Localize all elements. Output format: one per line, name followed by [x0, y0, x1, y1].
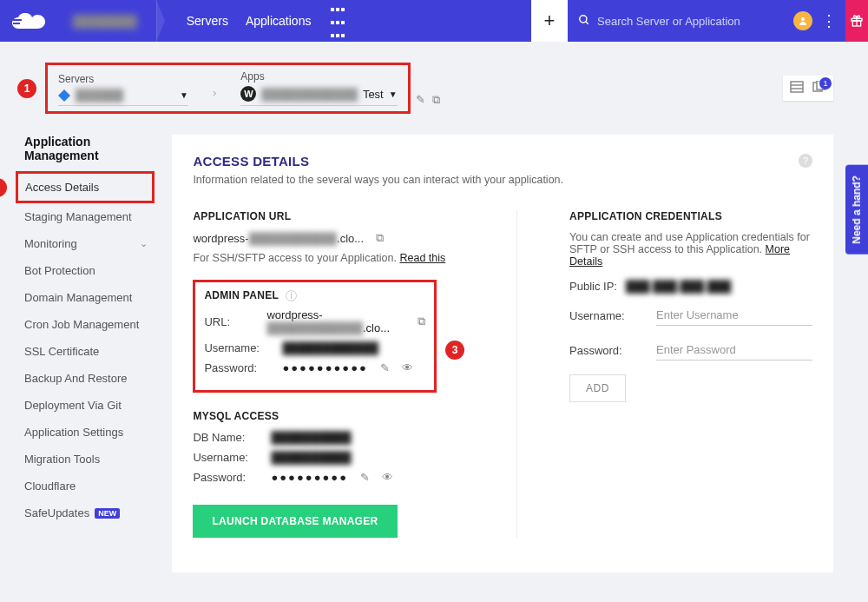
search-icon: [578, 14, 590, 29]
sidebar-item-bot-protection[interactable]: Bot Protection: [17, 257, 155, 284]
chevron-right-icon: ›: [213, 86, 216, 106]
view-toggle: 1: [783, 76, 833, 101]
server-name: ██████: [76, 89, 123, 102]
svg-point-2: [580, 15, 587, 22]
admin-url-value: wordpress-████████████.clo...: [266, 308, 405, 334]
sidebar-item-cloudflare[interactable]: Cloudflare: [17, 473, 155, 499]
server-label: Servers: [58, 73, 188, 85]
edit-icon[interactable]: ✎: [360, 471, 370, 484]
search-input[interactable]: [597, 15, 783, 28]
admin-username: ████████████: [282, 341, 378, 354]
breadcrumb-project[interactable]: ████████: [59, 0, 157, 42]
more-menu-icon[interactable]: ⋮: [821, 11, 837, 30]
callout-1: 1: [17, 79, 36, 98]
svg-rect-1: [13, 23, 20, 24]
sidebar-item-migration[interactable]: Migration Tools: [17, 446, 155, 473]
db-name-value: ██████████: [271, 431, 351, 444]
help-icon[interactable]: ?: [799, 154, 812, 168]
public-ip-value: ███.███.███.███: [626, 280, 731, 293]
wordpress-icon: W: [240, 86, 256, 102]
add-button[interactable]: +: [531, 0, 568, 42]
eye-icon[interactable]: 👁: [402, 361, 413, 374]
svg-rect-0: [13, 19, 22, 21]
nav-servers[interactable]: Servers: [187, 14, 228, 28]
sidebar-item-app-settings[interactable]: Application Settings: [17, 419, 155, 446]
gift-icon[interactable]: [845, 0, 868, 42]
sidebar-item-cron[interactable]: Cron Job Management: [17, 311, 155, 338]
apps-grid-icon[interactable]: [330, 2, 345, 41]
credential-password-input[interactable]: [656, 340, 812, 361]
server-provider-icon: [58, 89, 70, 102]
svg-line-3: [586, 21, 589, 23]
svg-point-4: [801, 17, 805, 21]
credentials-heading: APPLICATION CREDENTIALS: [569, 210, 812, 222]
admin-panel-heading: ADMIN PANEL: [204, 289, 279, 301]
mysql-heading: MYSQL ACCESS: [193, 410, 464, 422]
launch-database-button[interactable]: LAUNCH DATABASE MANAGER: [193, 505, 397, 538]
app-dropdown[interactable]: Apps W ████████████ Test ▼: [240, 70, 397, 106]
chevron-down-icon: ▼: [389, 89, 398, 99]
main-panel: ? ACCESS DETAILS Information related to …: [172, 135, 833, 572]
left-column: APPLICATION URL wordpress-███████████.cl…: [193, 210, 464, 538]
new-badge: NEW: [95, 508, 120, 519]
open-link-icon[interactable]: ⧉: [432, 93, 440, 107]
callout-3: 3: [445, 341, 464, 360]
nav-applications[interactable]: Applications: [246, 14, 312, 28]
app-url-value: wordpress-███████████.clo...: [193, 232, 364, 245]
card-view-icon[interactable]: 1: [812, 81, 826, 96]
top-navigation: ████████ Servers Applications + ⋮: [0, 0, 868, 42]
add-credential-button[interactable]: ADD: [569, 374, 626, 402]
apps-label: Apps: [240, 70, 397, 83]
db-username-value: ██████████: [271, 451, 351, 464]
chevron-down-icon: ▼: [180, 90, 188, 100]
logo[interactable]: [0, 0, 59, 42]
page-subtitle: Information related to the several ways …: [193, 174, 812, 186]
svg-rect-8: [791, 82, 803, 92]
eye-icon[interactable]: 👁: [382, 471, 393, 484]
divider: [516, 210, 517, 538]
edit-icon[interactable]: ✎: [416, 93, 425, 107]
db-password-value: ●●●●●●●●●: [271, 471, 348, 484]
sidebar-item-domain[interactable]: Domain Management: [17, 284, 155, 311]
edit-icon[interactable]: ✎: [380, 361, 390, 374]
server-dropdown[interactable]: Servers ██████ ▼: [58, 73, 188, 106]
admin-panel-section: ADMIN PANEL i URL: wordpress-███████████…: [193, 280, 437, 393]
sidebar-item-git[interactable]: Deployment Via Git: [17, 392, 155, 419]
right-column: APPLICATION CREDENTIALS You can create a…: [569, 210, 812, 538]
sidebar-title: Application Management: [17, 135, 155, 162]
card-view-badge: 1: [819, 77, 832, 89]
sidebar-item-safeupdates[interactable]: SafeUpdates NEW: [17, 499, 155, 526]
admin-password: ●●●●●●●●●●: [282, 361, 368, 374]
app-url-note: For SSH/SFTP access to your Application.…: [193, 252, 464, 264]
sidebar-item-staging[interactable]: Staging Management: [17, 203, 155, 230]
sidebar: Application Management 2 Access Details …: [17, 135, 155, 526]
open-link-icon[interactable]: ⧉: [376, 231, 384, 245]
info-icon[interactable]: i: [286, 290, 297, 301]
page-title: ACCESS DETAILS: [193, 154, 812, 169]
sidebar-item-access-details[interactable]: Access Details: [16, 171, 155, 203]
app-url-heading: APPLICATION URL: [193, 210, 464, 222]
app-name: Test: [363, 88, 384, 101]
credential-username-input[interactable]: [656, 305, 812, 326]
need-a-hand-tab[interactable]: Need a hand?: [845, 165, 868, 255]
callout-2: 2: [0, 178, 7, 197]
open-link-icon[interactable]: ⧉: [418, 314, 425, 328]
chevron-down-icon: ⌄: [140, 238, 148, 249]
user-avatar[interactable]: [793, 11, 812, 30]
sidebar-item-backup[interactable]: Backup And Restore: [17, 365, 155, 392]
breadcrumb-row: 1 Servers ██████ ▼ › Apps W ████████████…: [0, 42, 868, 135]
sidebar-item-ssl[interactable]: SSL Certificate: [17, 338, 155, 365]
list-view-icon[interactable]: [790, 81, 804, 96]
credentials-description: You can create and use Application crede…: [569, 231, 812, 268]
read-this-link[interactable]: Read this: [399, 252, 445, 264]
sidebar-item-monitoring[interactable]: Monitoring ⌄: [17, 230, 155, 257]
breadcrumb-box: Servers ██████ ▼ › Apps W ████████████ T…: [45, 63, 411, 114]
search-bar: [568, 14, 793, 29]
